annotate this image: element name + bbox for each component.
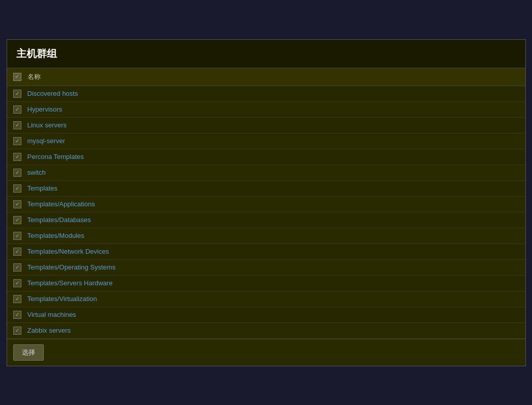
modal-footer: 选择 bbox=[7, 339, 525, 366]
row-label: Discovered hosts bbox=[27, 90, 78, 97]
table-row[interactable]: Zabbix servers bbox=[7, 323, 525, 339]
row-checkbox[interactable] bbox=[13, 248, 21, 256]
table-row[interactable]: Hypervisors bbox=[7, 102, 525, 118]
column-name-header: 名称 bbox=[27, 72, 41, 82]
modal-header: 主机群组 bbox=[7, 40, 525, 68]
table-row[interactable]: Percona Templates bbox=[7, 149, 525, 165]
row-checkbox[interactable] bbox=[13, 279, 21, 287]
row-label: Hypervisors bbox=[27, 105, 63, 113]
table-row[interactable]: Templates/Applications bbox=[7, 197, 525, 212]
select-all-checkbox[interactable] bbox=[13, 73, 21, 81]
row-label: Templates/Network Devices bbox=[27, 248, 109, 255]
row-checkbox[interactable] bbox=[13, 121, 21, 129]
table-row[interactable]: Templates/Network Devices bbox=[7, 244, 525, 260]
row-label: Templates/Operating Systems bbox=[27, 263, 116, 271]
table-body: Discovered hostsHypervisorsLinux servers… bbox=[7, 86, 525, 339]
table-row[interactable]: Virtual machines bbox=[7, 307, 525, 323]
table-row[interactable]: switch bbox=[7, 165, 525, 181]
row-label: Templates/Databases bbox=[27, 216, 91, 224]
table-row[interactable]: Templates/Servers Hardware bbox=[7, 276, 525, 291]
row-checkbox[interactable] bbox=[13, 169, 21, 177]
row-checkbox[interactable] bbox=[13, 105, 21, 114]
row-checkbox[interactable] bbox=[13, 153, 21, 161]
row-checkbox[interactable] bbox=[13, 200, 21, 208]
row-checkbox[interactable] bbox=[13, 137, 21, 145]
row-checkbox[interactable] bbox=[13, 90, 21, 98]
row-label: Templates/Applications bbox=[27, 200, 95, 208]
row-label: switch bbox=[27, 169, 46, 176]
table-row[interactable]: Discovered hosts bbox=[7, 86, 525, 102]
row-checkbox[interactable] bbox=[13, 295, 21, 303]
row-checkbox[interactable] bbox=[13, 311, 21, 319]
table-row[interactable]: mysql-server bbox=[7, 133, 525, 149]
table-header: 名称 bbox=[7, 68, 525, 86]
row-label: Virtual machines bbox=[27, 311, 76, 318]
table-row[interactable]: Templates/Virtualization bbox=[7, 291, 525, 307]
table-row[interactable]: Templates bbox=[7, 181, 525, 197]
table-row[interactable]: Templates/Modules bbox=[7, 228, 525, 244]
table-row[interactable]: Linux servers bbox=[7, 118, 525, 133]
row-checkbox[interactable] bbox=[13, 263, 21, 272]
row-label: Templates bbox=[27, 184, 58, 192]
row-label: Linux servers bbox=[27, 121, 67, 129]
row-label: Templates/Virtualization bbox=[27, 295, 97, 303]
select-button[interactable]: 选择 bbox=[13, 344, 44, 361]
row-checkbox[interactable] bbox=[13, 327, 21, 335]
row-checkbox[interactable] bbox=[13, 232, 21, 240]
row-label: Templates/Modules bbox=[27, 232, 85, 239]
host-group-modal: 主机群组 名称 Discovered hostsHypervisorsLinux… bbox=[7, 39, 526, 366]
row-label: Zabbix servers bbox=[27, 327, 71, 334]
row-label: mysql-server bbox=[27, 137, 65, 145]
modal-title: 主机群组 bbox=[16, 48, 57, 59]
table-row[interactable]: Templates/Operating Systems bbox=[7, 260, 525, 276]
row-checkbox[interactable] bbox=[13, 184, 21, 193]
row-label: Templates/Servers Hardware bbox=[27, 279, 113, 287]
table-row[interactable]: Templates/Databases bbox=[7, 212, 525, 228]
row-checkbox[interactable] bbox=[13, 216, 21, 224]
row-label: Percona Templates bbox=[27, 153, 84, 160]
